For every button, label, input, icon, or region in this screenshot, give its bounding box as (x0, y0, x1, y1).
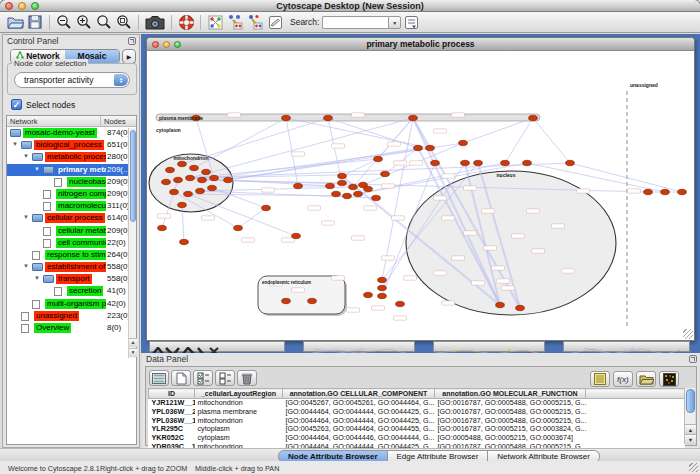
tree-column-nodes[interactable]: Nodes (101, 116, 136, 126)
graph-node[interactable] (414, 145, 423, 150)
graph-node[interactable] (364, 186, 373, 191)
network-tree-row[interactable]: secretion41(0) (7, 285, 136, 297)
tree-scroll-up-icon[interactable]: ▲ (129, 338, 137, 347)
table-column-header[interactable] (586, 389, 685, 399)
float-panel-icon[interactable] (128, 37, 136, 45)
tree-scrollbar[interactable]: ▲ ▼ (128, 128, 136, 358)
tab-overflow-button[interactable]: ▶ (122, 49, 136, 64)
tree-scroll-down-icon[interactable]: ▼ (129, 348, 137, 357)
zoom-fit-icon[interactable] (94, 13, 114, 32)
table-row[interactable]: YKR052Ccytoplasm[GO:0044464, GO:0044446,… (149, 434, 685, 443)
graph-node[interactable] (158, 225, 167, 230)
network-tree-row[interactable]: ▼establishment of lo558(0) (7, 261, 136, 273)
window-resize-grip[interactable] (683, 329, 693, 339)
table-scroll-up-icon[interactable]: ▲ (685, 424, 696, 434)
table-row[interactable]: YLR295Ccytoplasm[GO:0045263, GO:0044464,… (149, 425, 685, 434)
network-icon[interactable] (205, 13, 225, 32)
graph-node[interactable] (426, 145, 435, 150)
graph-node[interactable] (343, 193, 352, 198)
graph-node[interactable] (178, 202, 187, 207)
vizmapper-icon[interactable] (245, 13, 265, 32)
select-all-attributes-icon[interactable] (193, 370, 213, 386)
graph-node[interactable] (178, 161, 187, 166)
background-window-fragment[interactable] (433, 341, 545, 352)
open-file-icon[interactable] (5, 13, 25, 32)
network-window-titlebar[interactable]: primary metabolic process (147, 38, 694, 51)
graph-node[interactable] (661, 189, 670, 194)
table-row[interactable]: YPL036W__1mitochondrion[GO:0044464, GO:0… (149, 417, 685, 426)
unselect-all-attributes-icon[interactable] (215, 370, 235, 386)
zoom-out-icon[interactable] (54, 13, 74, 32)
graph-node[interactable] (644, 189, 653, 194)
graph-node[interactable] (378, 277, 387, 282)
graph-node[interactable] (282, 115, 291, 120)
table-column-header[interactable]: ID (149, 389, 195, 399)
background-window-fragment[interactable] (149, 341, 285, 352)
table-row[interactable]: YPL036W__2plasma membrane[GO:0044464, GO… (149, 408, 685, 417)
save-icon[interactable] (25, 13, 45, 32)
zoom-selected-region-icon[interactable] (114, 13, 134, 32)
graph-node[interactable] (294, 183, 303, 188)
help-lifering-icon[interactable] (176, 13, 196, 32)
network-tree-row[interactable]: Overview8(0) (7, 322, 136, 334)
titlebar[interactable]: Cytoscape Desktop (New Session) (0, 0, 700, 12)
background-window-fragment[interactable] (563, 341, 690, 352)
graph-node[interactable] (170, 189, 179, 194)
graph-node[interactable] (523, 160, 532, 165)
network-canvas[interactable]: plasma membrane cytoplasm mitochondrion … (148, 51, 694, 340)
search-dropdown-arrow[interactable]: ▼ (388, 16, 401, 29)
graph-node[interactable] (292, 233, 301, 238)
tree-expand-arrow[interactable]: ▼ (12, 141, 18, 147)
network-tree-row[interactable]: ▼cellular process614(0) (7, 212, 136, 224)
table-scrollbar-thumb[interactable] (686, 389, 695, 413)
graph-node[interactable] (326, 183, 335, 188)
graph-node[interactable] (678, 189, 687, 194)
graph-node[interactable] (459, 140, 468, 145)
tree-expand-arrow[interactable]: ▼ (23, 263, 29, 269)
network-tree-row[interactable]: response to stimulu264(0) (7, 249, 136, 261)
network-tree-row[interactable]: ▼metabolic process280(0) (7, 151, 136, 163)
app-resize-grip[interactable] (689, 463, 698, 472)
graph-node[interactable] (496, 302, 505, 307)
network-tree-row[interactable]: macromolecule311(0) (7, 200, 136, 212)
network-tree-row[interactable]: ▼transport558(0) (7, 273, 136, 285)
tree-expand-arrow[interactable]: ▼ (23, 214, 29, 220)
graph-node[interactable] (461, 160, 470, 165)
graph-node[interactable] (208, 185, 217, 190)
formula-builder-icon[interactable]: f(x) (613, 371, 633, 387)
graph-node[interactable] (186, 175, 195, 180)
matrix-heatmap-icon[interactable] (659, 371, 679, 387)
node-color-dropdown[interactable]: transporter activity ▲▼ (14, 72, 130, 88)
network-tree-row[interactable]: nucleobase-209(0) (7, 176, 136, 188)
network-tree-row[interactable]: mosaic-demo-yeast874(0) (7, 127, 136, 139)
import-attributes-folder-icon[interactable] (636, 371, 656, 387)
network-tree-row[interactable]: multi-organism pro42(0) (7, 298, 136, 310)
zoom-in-icon[interactable] (74, 13, 94, 32)
graph-node[interactable] (378, 285, 387, 290)
graph-node[interactable] (190, 165, 199, 170)
attribute-list-icon[interactable] (590, 371, 610, 387)
graph-node[interactable] (364, 292, 373, 297)
new-attribute-icon[interactable] (171, 370, 191, 386)
tree-scrollbar-thumb[interactable] (130, 130, 136, 222)
graph-node[interactable] (202, 169, 211, 174)
network-tree-row[interactable]: ▼biological_process651(0) (7, 139, 136, 151)
graph-node[interactable] (474, 160, 483, 165)
graph-node[interactable] (338, 180, 347, 185)
graph-node[interactable] (372, 195, 381, 200)
graph-node[interactable] (180, 239, 189, 244)
tree-expand-arrow[interactable]: ▼ (23, 153, 29, 159)
graph-node[interactable] (516, 305, 525, 310)
graph-node[interactable] (332, 191, 341, 196)
graph-node[interactable] (409, 115, 418, 120)
graph-node[interactable] (184, 191, 193, 196)
table-scrollbar[interactable]: ▲ ▼ (684, 388, 695, 444)
network-tree-row[interactable]: cell communicat22(0) (7, 237, 136, 249)
network-tree-row[interactable]: nitrogen compo209(0) (7, 188, 136, 200)
graph-node[interactable] (282, 298, 291, 303)
table-row[interactable]: YJR121W__1mitochondrion[GO:0045267, GO:0… (149, 399, 685, 408)
graph-node[interactable] (338, 173, 347, 178)
graph-node[interactable] (396, 301, 405, 306)
graph-node[interactable] (262, 205, 271, 210)
network-tree-row[interactable]: ▼primary metabo209(... (7, 164, 136, 176)
